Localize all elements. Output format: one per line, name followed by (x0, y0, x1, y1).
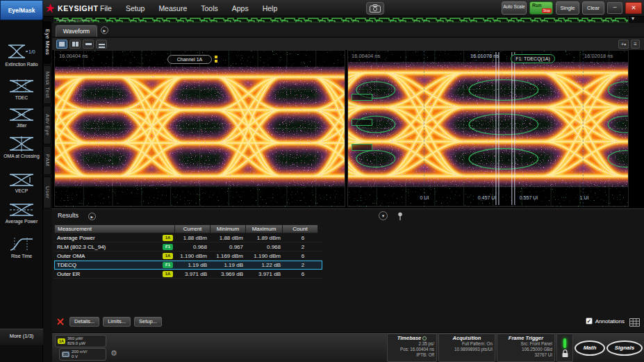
sidebar-item-jitter[interactable]: Jitter (0, 108, 43, 129)
sidebar-item-label: Jitter (17, 123, 27, 128)
sidebar-item-vecp[interactable]: VECP (0, 173, 43, 194)
col-measurement[interactable]: Measurement (54, 224, 175, 233)
channel-2b-readout[interactable]: 2B 200 mV/ 0 V (59, 348, 106, 361)
keysight-logo: KEYSIGHT (46, 3, 98, 13)
minimum-value: 1.19 dB (211, 262, 247, 268)
col-count[interactable]: Count (282, 224, 318, 233)
setup-button[interactable]: Setup... (134, 317, 162, 327)
sidebar-item-rise-time[interactable]: Rise Time (0, 237, 43, 259)
minimize-button[interactable]: – (607, 2, 622, 14)
col-current[interactable]: Current (174, 224, 210, 233)
results-collapse-icon[interactable]: ▾ (379, 211, 388, 220)
brand-text: KEYSIGHT (58, 4, 98, 13)
function-label-pill[interactable]: F1: TDECQ(1A) (511, 54, 555, 63)
acquisition-panel[interactable]: Acquisition Full Pattern: On 10.98998993… (438, 334, 495, 362)
col-minimum[interactable]: Minimum (210, 224, 246, 233)
current-value: 1.19 dB (175, 262, 211, 268)
pam4-eye-diagram-left (55, 51, 345, 206)
menu-apps[interactable]: Apps (225, 0, 256, 17)
count-value: 6 (285, 235, 321, 241)
tab-waveform[interactable]: Waveform (56, 25, 97, 37)
menu-tools[interactable]: Tools (194, 0, 225, 17)
threshold-level-marker (352, 94, 372, 101)
current-value: 0.968 (175, 244, 211, 250)
tab-eye-meas[interactable]: Eye Meas (43, 21, 51, 64)
menu-setup[interactable]: Setup (119, 0, 151, 17)
frame-trigger-panel[interactable]: Frame Trigger Src: Front Panel 106.25000… (497, 334, 555, 362)
single-button[interactable]: Single (556, 1, 579, 15)
svg-text:1/0: 1/0 (28, 49, 35, 54)
minimum-value: 1.169 dBm (211, 253, 247, 259)
signals-button[interactable]: Signals (606, 340, 643, 356)
frame-trigger-ui: 32767 UI (499, 352, 552, 358)
auto-scale-button[interactable]: Auto Scale (502, 1, 527, 15)
sidebar-item-average-power[interactable]: Average Power (0, 202, 43, 224)
table-row-selected[interactable]: TDECQF1 1.19 dB 1.19 dB 1.22 dB 2 (54, 261, 322, 270)
menu-help[interactable]: Help (256, 0, 285, 17)
sidebar-item-extinction-ratio[interactable]: 1/0 Extinction Ratio (0, 42, 43, 67)
add-marker-button[interactable]: +▾ (618, 40, 629, 49)
eye-diagram-panel-left[interactable]: 16.00404 ns Channel 1A (54, 50, 345, 207)
current-value: 3.971 dB (175, 271, 211, 277)
limits-button[interactable]: Limits... (103, 317, 131, 327)
pin-icon[interactable] (397, 211, 404, 224)
frame-trigger-title: Frame Trigger (499, 335, 552, 341)
trigger-led (563, 338, 566, 348)
mode-button-eye-mask[interactable]: Eye/Mask (0, 0, 43, 20)
pattern-acquisition-strip[interactable]: Pattern Acquisition (53, 17, 629, 23)
tab-adv-eye[interactable]: Adv Eye (43, 106, 51, 145)
sidebar-mode-tabs: Eye Meas Mask Test Adv Eye PAM User (43, 20, 52, 362)
pattern-dropdown-icon[interactable]: ▾ (631, 15, 634, 22)
table-row[interactable]: Average Power1A 1.88 dBm 1.88 dBm 1.89 d… (54, 233, 322, 242)
stop-badge[interactable]: Stop (542, 8, 552, 13)
timebase-panel[interactable]: Timebase 2.35 ps/ Pos: 16.00404 ns IPTB:… (387, 334, 437, 362)
screenshot-button[interactable] (366, 2, 384, 15)
display-menu-button[interactable]: ≡ (631, 40, 640, 49)
minimum-value: 0.967 (211, 244, 247, 250)
maximum-value: 3.971 dB (247, 271, 285, 277)
annotations-label: Annotations (595, 318, 625, 324)
details-button[interactable]: Details... (69, 317, 99, 327)
average-power-icon (9, 202, 34, 217)
close-button[interactable]: ✕ (625, 2, 642, 14)
layout-split-button[interactable] (69, 40, 81, 49)
channel-scale: 200 mV/ (72, 349, 87, 354)
layout-stack-button[interactable] (96, 40, 107, 49)
channel-scale: 360 µW/ (67, 336, 85, 341)
annotations-checkbox[interactable]: ✓ (586, 318, 593, 324)
gear-icon[interactable]: ⚙ (110, 349, 117, 358)
menu-measure[interactable]: Measure (151, 0, 194, 17)
grid-view-icon[interactable] (629, 317, 640, 329)
lock-status[interactable] (556, 334, 573, 362)
eye-diagram-panel-right[interactable]: 16.00404 ns 16.01078 ns F1: TDECQ(1A) 16… (347, 50, 629, 207)
col-maximum[interactable]: Maximum (245, 224, 283, 233)
count-value: 6 (285, 253, 321, 259)
layout-quad-button[interactable] (83, 40, 94, 49)
tab-mask-test[interactable]: Mask Test (43, 65, 51, 104)
layout-single-button[interactable] (56, 40, 67, 49)
run-button[interactable]: Run Stop (529, 1, 553, 15)
tab-user[interactable]: User (43, 176, 51, 208)
tab-pam[interactable]: PAM (43, 146, 51, 175)
run-label: Run (530, 2, 552, 8)
count-value: 2 (285, 244, 321, 250)
vecp-icon (9, 173, 34, 187)
table-row[interactable]: RLM (802.3 CL_94)F1 0.968 0.967 0.968 2 (54, 242, 322, 252)
math-button[interactable]: Math (575, 340, 605, 356)
view-tab-row: Waveform ▶ (52, 23, 644, 37)
table-row[interactable]: Outer OMA1A 1.190 dBm 1.169 dBm 1.190 dB… (54, 252, 322, 261)
clear-button[interactable]: Clear (582, 1, 604, 15)
channel-label-pill[interactable]: Channel 1A (167, 55, 212, 64)
waveform-play-icon[interactable]: ▶ (101, 26, 108, 34)
results-play-icon[interactable]: ▶ (88, 213, 96, 220)
measurement-sidebar: 1/0 Extinction Ratio TDEC Jitter (0, 20, 43, 362)
measurement-name: RLM (802.3 CL_94) (57, 244, 106, 250)
table-row[interactable]: Outer ER1A 3.971 dB 3.969 dB 3.971 dB 6 (54, 270, 322, 279)
bit-pattern-waveform (54, 17, 628, 22)
menu-file[interactable]: File (93, 0, 119, 17)
more-measurements-button[interactable]: More (1/3) (0, 329, 43, 345)
sidebar-item-oma-at-crossing[interactable]: OMA at Crossing (0, 135, 43, 159)
sidebar-item-tdec[interactable]: TDEC (0, 79, 43, 101)
channel-1a-readout[interactable]: 1A 360 µW/ 829.0 µW (55, 335, 106, 347)
jitter-icon (9, 108, 34, 122)
